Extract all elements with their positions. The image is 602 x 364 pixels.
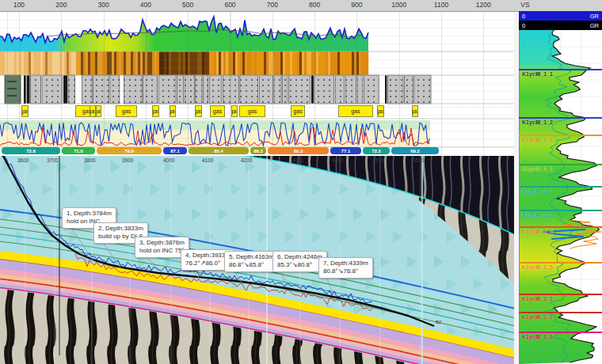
inclination-segment: 72.8 — [2, 147, 60, 154]
gas-show-box: gas — [116, 105, 137, 117]
section-depth-label: 4400 — [332, 157, 343, 163]
callout-depth-text: 3, Depth:3876m — [139, 239, 185, 247]
gas-show-box: gas — [412, 105, 418, 117]
gas-show-box: gas — [377, 105, 384, 117]
ruler-tick-label: 1000 — [386, 1, 413, 9]
section-depth-label: 3700 — [47, 157, 58, 163]
target-point-b2-label: B2 — [436, 320, 441, 324]
ruler-tick-label: 200 — [48, 1, 74, 9]
gas-show-box: gas — [96, 105, 101, 117]
rp-blue-curve-name: GR — [590, 13, 599, 20]
inclination-segment: 87.1 — [163, 147, 187, 154]
ruler-tick-label: 100 — [6, 1, 32, 9]
rp-black-curve-name: GR — [590, 22, 599, 29]
callout-action-text: 85.3°↘80.8° — [277, 261, 322, 269]
section-depth-label: 4200 — [241, 157, 252, 163]
ruler-vs-label: VS — [512, 1, 539, 9]
right-panel-header-blue[interactable]: 0 GR — [519, 11, 602, 21]
ruler-tick-label: 800 — [301, 1, 328, 9]
ruler-tick-label: 900 — [343, 1, 370, 9]
section-depth-label: 4000 — [163, 157, 174, 163]
section-depth-label: 4300 — [292, 157, 303, 163]
inclination-segment: 86.3 — [250, 147, 266, 154]
section-depth-label: 3900 — [122, 157, 133, 163]
section-depth-label: 3600 — [17, 157, 29, 163]
gas-show-box: gas — [90, 105, 96, 117]
right-panel-header-black[interactable]: 0 GR — [519, 21, 602, 30]
inclination-segment: 69.2 — [391, 147, 439, 154]
section-depth-label: 3800 — [84, 157, 95, 163]
callout-depth-text: 7, Depth:4339m — [323, 260, 368, 267]
section-depth-label: 4500 — [372, 157, 383, 163]
callout-depth-text: 2, Depth:3833m — [98, 225, 143, 233]
ruler-tick-label: 400 — [132, 1, 159, 9]
inclination-segment: 71.0 — [62, 147, 95, 154]
ruler-tick-label: 600 — [217, 1, 244, 9]
gas-show-box: gas — [239, 105, 265, 117]
trajectory-callout-5[interactable]: 5, Depth:4163m86.8°↘85.8° — [224, 251, 279, 272]
trajectory-callout-7[interactable]: 7, Depth:4339m80.8°↘76.8° — [318, 257, 373, 279]
gas-show-box: gas — [231, 105, 238, 117]
inclination-segment: 79.9 — [97, 147, 162, 154]
inclination-segment: 80.3 — [268, 147, 329, 154]
inclination-segment: 72.2 — [363, 147, 390, 154]
gas-show-box: gas — [21, 105, 29, 117]
gas-show-box: gas — [338, 105, 373, 117]
gas-show-box: gas — [152, 105, 159, 117]
callout-depth-text: 5, Depth:4163m — [229, 253, 274, 261]
gas-show-box: gas — [291, 105, 305, 117]
inclination-segment: 85.4 — [189, 147, 249, 154]
type-log-canvas[interactable] — [519, 30, 602, 364]
gas-indicator-track: gasgasgasgasgasgasgasgasgasgasgasgasgasg… — [0, 105, 519, 117]
section-depth-label: 4100 — [202, 157, 213, 163]
ruler-tick-label: 700 — [259, 1, 286, 9]
callout-depth-text: 1, Depth:3784m — [67, 210, 112, 218]
callout-action-text: 86.8°↘85.8° — [229, 261, 274, 269]
vs-ruler[interactable]: VS 1002003004005006007008009001000110012… — [0, 0, 602, 12]
ruler-tick-label: 1100 — [428, 1, 455, 9]
ruler-tick-label: 500 — [174, 1, 201, 9]
rp-black-min: 0 — [522, 22, 525, 29]
callout-depth-text: 6, Depth:4246m — [277, 253, 322, 261]
section-depth-label: 4600 — [413, 157, 424, 163]
panel-gap — [514, 11, 519, 364]
rp-blue-min: 0 — [522, 13, 525, 20]
geosteering-app: VS 1002003004005006007008009001000110012… — [0, 0, 602, 364]
ruler-tick-label: 1200 — [470, 1, 497, 9]
inclination-segment-bar: 72.871.079.987.185.486.380.377.172.269.2 — [2, 147, 519, 155]
ruler-tick-label: 300 — [90, 1, 117, 9]
callout-action-text: hold on INC 75° — [139, 247, 185, 255]
gas-show-box: gas — [170, 105, 176, 117]
callout-action-text: 80.8°↘76.8° — [323, 267, 368, 275]
log-tracks-canvas[interactable] — [0, 11, 519, 155]
gas-show-box: gas — [195, 105, 202, 117]
inclination-segment: 77.1 — [330, 147, 361, 154]
gas-show-box: gas — [210, 105, 225, 117]
